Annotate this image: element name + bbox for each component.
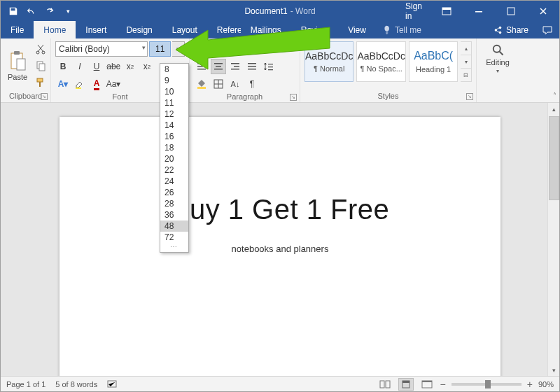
align-left-icon[interactable] — [194, 59, 209, 74]
zoom-in-icon[interactable]: + — [527, 379, 533, 390]
style-normal[interactable]: AaBbCcDc ¶ Normal — [304, 41, 354, 82]
style-no-spacing[interactable]: AaBbCcDc ¶ No Spac... — [356, 41, 405, 82]
tab-design[interactable]: Design — [116, 21, 162, 38]
justify-icon[interactable] — [244, 59, 260, 74]
style-heading1[interactable]: AaBbC( Heading 1 — [409, 41, 458, 82]
font-size-combo[interactable]: 11 — [149, 41, 171, 57]
font-size-option[interactable]: 24 — [160, 176, 188, 187]
font-size-option[interactable]: 18 — [160, 142, 188, 153]
tab-view[interactable]: View — [338, 21, 376, 38]
page[interactable]: Buy 1 Get 1 Free notebooks and planners — [59, 117, 500, 376]
font-size-option[interactable]: 48 — [160, 220, 188, 232]
vertical-scrollbar[interactable]: ▴ ▾ — [547, 103, 559, 376]
styles-more-icon[interactable]: ⊟ — [461, 69, 471, 81]
zoom-out-icon[interactable]: − — [440, 379, 446, 390]
font-size-option[interactable]: 9 — [160, 75, 188, 86]
document-subtext[interactable]: notebooks and planners — [102, 244, 458, 254]
font-size-dropdown[interactable]: 891011121416182022242628364872⋯ — [160, 63, 189, 253]
font-size-option[interactable]: 10 — [160, 86, 188, 97]
align-center-icon[interactable] — [211, 59, 226, 74]
maximize-icon[interactable] — [495, 1, 527, 21]
chevron-down-icon[interactable]: ▾ — [461, 55, 471, 69]
scroll-up-icon[interactable]: ▴ — [548, 103, 559, 115]
sort-icon[interactable]: A↓ — [227, 76, 243, 92]
document-area[interactable]: Buy 1 Get 1 Free notebooks and planners — [1, 103, 559, 376]
redo-icon[interactable] — [41, 3, 58, 20]
styles-gallery-scroll[interactable]: ▴ ▾ ⊟ — [461, 41, 472, 82]
print-layout-icon[interactable] — [398, 378, 414, 391]
comments-icon[interactable] — [536, 21, 559, 38]
web-layout-icon[interactable] — [419, 378, 435, 391]
paste-button[interactable]: Paste — [5, 41, 30, 90]
underline-button[interactable]: U — [89, 59, 104, 74]
minimize-icon[interactable] — [463, 1, 495, 21]
font-size-option[interactable]: 22 — [160, 164, 188, 176]
chevron-up-icon[interactable]: ▴ — [461, 42, 471, 55]
font-size-option[interactable]: 12 — [160, 108, 188, 120]
numbering-icon[interactable]: 123 — [211, 41, 226, 57]
font-name-combo[interactable]: Calibri (Body)▾ — [55, 41, 148, 57]
format-painter-icon[interactable] — [33, 75, 48, 90]
superscript-button[interactable]: x2 — [139, 59, 155, 74]
font-size-option[interactable]: 16 — [160, 131, 188, 142]
tab-mailings[interactable]: Mailings — [241, 21, 291, 38]
save-icon[interactable] — [5, 3, 22, 20]
font-size-option[interactable]: 11 — [160, 97, 188, 108]
close-icon[interactable] — [527, 1, 559, 21]
undo-icon[interactable] — [23, 3, 40, 20]
svg-rect-38 — [248, 63, 256, 64]
font-color-icon[interactable]: A — [89, 76, 104, 92]
tab-review[interactable]: Review — [291, 21, 338, 38]
font-size-dropdown-icon[interactable]: ▾ — [172, 41, 185, 57]
scroll-down-icon[interactable]: ▾ — [548, 364, 559, 376]
increase-indent-icon[interactable] — [244, 41, 260, 57]
document-heading[interactable]: Buy 1 Get 1 Free — [102, 194, 458, 225]
ribbon-display-icon[interactable] — [430, 1, 463, 21]
dialog-launcher-icon[interactable]: ↘ — [41, 93, 48, 100]
decrease-indent-icon[interactable] — [227, 41, 243, 57]
strikethrough-button[interactable]: abc — [106, 59, 121, 74]
font-size-option[interactable]: 8 — [160, 64, 188, 75]
page-indicator[interactable]: Page 1 of 1 — [6, 380, 46, 388]
tab-file[interactable]: File — [1, 21, 34, 38]
editing-button[interactable]: Editing ▾ — [483, 41, 512, 76]
show-marks-icon[interactable]: ¶ — [244, 76, 260, 92]
italic-button[interactable]: I — [72, 59, 88, 74]
borders-icon[interactable] — [211, 76, 226, 92]
font-size-option[interactable]: 26 — [160, 187, 188, 198]
proofing-icon[interactable] — [107, 379, 118, 389]
copy-icon[interactable] — [33, 58, 48, 74]
line-spacing-icon[interactable] — [261, 59, 276, 74]
dialog-launcher-icon[interactable]: ↘ — [290, 94, 297, 101]
font-size-option[interactable]: 28 — [160, 198, 188, 209]
collapse-ribbon-icon[interactable]: ˄ — [553, 92, 556, 99]
change-case-icon[interactable]: Aa▾ — [106, 76, 121, 92]
align-right-icon[interactable] — [227, 59, 243, 74]
highlight-icon[interactable] — [72, 76, 88, 92]
zoom-level[interactable]: 90% — [538, 380, 554, 388]
tab-home[interactable]: Home — [34, 21, 76, 38]
subscript-button[interactable]: x2 — [122, 59, 138, 74]
share-button[interactable]: Share — [486, 21, 536, 38]
read-mode-icon[interactable] — [377, 378, 393, 391]
scroll-thumb[interactable] — [549, 116, 559, 200]
dialog-launcher-icon[interactable]: ↘ — [466, 93, 473, 100]
tell-me[interactable]: Tell me — [376, 21, 428, 38]
font-size-option[interactable]: 72 — [160, 232, 188, 243]
font-size-option[interactable]: 20 — [160, 153, 188, 164]
signin-button[interactable]: Sign in — [398, 1, 430, 21]
tab-layout[interactable]: Layout — [162, 21, 207, 38]
bullets-icon[interactable] — [194, 41, 209, 57]
status-bar: Page 1 of 1 5 of 8 words − + 90% — [1, 376, 559, 391]
shading-icon[interactable] — [194, 76, 209, 92]
cut-icon[interactable] — [33, 41, 48, 57]
tab-insert[interactable]: Insert — [76, 21, 116, 38]
text-effects-icon[interactable]: A▾ — [55, 76, 71, 92]
font-size-option[interactable]: 36 — [160, 209, 188, 220]
tab-references[interactable]: References — [207, 21, 241, 38]
qat-customize-icon[interactable]: ▾ — [59, 3, 76, 20]
font-size-option[interactable]: 14 — [160, 120, 188, 131]
bold-button[interactable]: B — [55, 59, 71, 74]
zoom-slider[interactable] — [451, 383, 522, 386]
word-count[interactable]: 5 of 8 words — [55, 380, 97, 388]
